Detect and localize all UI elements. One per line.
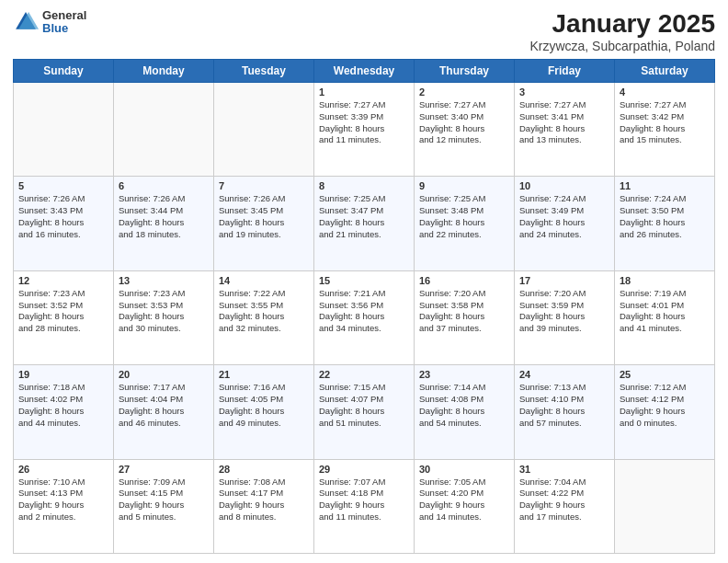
header-saturday: Saturday — [615, 60, 715, 83]
day-number: 13 — [119, 275, 209, 286]
day-info: Sunrise: 7:25 AM Sunset: 3:48 PM Dayligh… — [419, 193, 509, 240]
calendar-cell — [615, 459, 715, 553]
day-info: Sunrise: 7:26 AM Sunset: 3:43 PM Dayligh… — [18, 193, 108, 240]
calendar-cell: 19Sunrise: 7:18 AM Sunset: 4:02 PM Dayli… — [14, 365, 114, 459]
day-number: 4 — [620, 86, 710, 98]
day-info: Sunrise: 7:27 AM Sunset: 3:41 PM Dayligh… — [519, 99, 609, 146]
logo-blue: Blue — [42, 22, 86, 35]
calendar-cell: 2Sunrise: 7:27 AM Sunset: 3:40 PM Daylig… — [415, 83, 515, 177]
day-number: 6 — [119, 180, 209, 191]
day-info: Sunrise: 7:21 AM Sunset: 3:56 PM Dayligh… — [319, 288, 409, 335]
header-thursday: Thursday — [415, 60, 515, 83]
calendar-cell — [214, 83, 314, 177]
calendar-body: 1Sunrise: 7:27 AM Sunset: 3:39 PM Daylig… — [14, 83, 715, 554]
day-number: 27 — [119, 464, 209, 475]
day-info: Sunrise: 7:20 AM Sunset: 3:59 PM Dayligh… — [519, 288, 609, 335]
day-info: Sunrise: 7:26 AM Sunset: 3:45 PM Dayligh… — [219, 193, 309, 240]
calendar-table: Sunday Monday Tuesday Wednesday Thursday… — [13, 59, 715, 554]
calendar-cell: 5Sunrise: 7:26 AM Sunset: 3:43 PM Daylig… — [14, 177, 114, 270]
calendar-week-4: 19Sunrise: 7:18 AM Sunset: 4:02 PM Dayli… — [14, 365, 715, 459]
day-number: 29 — [319, 464, 409, 475]
calendar-cell: 20Sunrise: 7:17 AM Sunset: 4:04 PM Dayli… — [114, 365, 214, 459]
calendar-cell: 22Sunrise: 7:15 AM Sunset: 4:07 PM Dayli… — [314, 365, 415, 459]
day-number: 3 — [519, 86, 609, 98]
day-info: Sunrise: 7:18 AM Sunset: 4:02 PM Dayligh… — [18, 382, 108, 429]
day-info: Sunrise: 7:13 AM Sunset: 4:10 PM Dayligh… — [519, 382, 609, 429]
day-info: Sunrise: 7:15 AM Sunset: 4:07 PM Dayligh… — [319, 382, 409, 429]
logo-icon — [13, 9, 39, 35]
day-number: 15 — [319, 275, 409, 286]
calendar-cell: 15Sunrise: 7:21 AM Sunset: 3:56 PM Dayli… — [314, 270, 415, 364]
day-info: Sunrise: 7:10 AM Sunset: 4:13 PM Dayligh… — [18, 477, 108, 523]
calendar-title: January 2025 — [529, 9, 715, 39]
calendar-cell: 1Sunrise: 7:27 AM Sunset: 3:39 PM Daylig… — [314, 83, 415, 177]
day-number: 22 — [319, 369, 409, 380]
days-header-row: Sunday Monday Tuesday Wednesday Thursday… — [14, 60, 715, 83]
day-info: Sunrise: 7:14 AM Sunset: 4:08 PM Dayligh… — [419, 382, 509, 429]
day-number: 11 — [620, 180, 710, 191]
day-info: Sunrise: 7:05 AM Sunset: 4:20 PM Dayligh… — [419, 477, 509, 523]
day-number: 20 — [119, 369, 209, 380]
calendar-cell: 31Sunrise: 7:04 AM Sunset: 4:22 PM Dayli… — [515, 459, 615, 553]
calendar-week-1: 1Sunrise: 7:27 AM Sunset: 3:39 PM Daylig… — [14, 83, 715, 177]
header-monday: Monday — [114, 60, 214, 83]
calendar-cell: 29Sunrise: 7:07 AM Sunset: 4:18 PM Dayli… — [314, 459, 415, 553]
calendar-cell: 18Sunrise: 7:19 AM Sunset: 4:01 PM Dayli… — [615, 270, 715, 364]
calendar-cell: 13Sunrise: 7:23 AM Sunset: 3:53 PM Dayli… — [114, 270, 214, 364]
day-number: 17 — [519, 275, 609, 286]
calendar-cell: 6Sunrise: 7:26 AM Sunset: 3:44 PM Daylig… — [114, 177, 214, 270]
calendar-cell: 25Sunrise: 7:12 AM Sunset: 4:12 PM Dayli… — [615, 365, 715, 459]
day-info: Sunrise: 7:19 AM Sunset: 4:01 PM Dayligh… — [620, 288, 710, 335]
calendar-cell: 7Sunrise: 7:26 AM Sunset: 3:45 PM Daylig… — [214, 177, 314, 270]
day-info: Sunrise: 7:04 AM Sunset: 4:22 PM Dayligh… — [519, 477, 609, 523]
title-block: January 2025 Krzywcza, Subcarpathia, Pol… — [529, 9, 715, 53]
day-number: 10 — [519, 180, 609, 191]
calendar-cell: 27Sunrise: 7:09 AM Sunset: 4:15 PM Dayli… — [114, 459, 214, 553]
day-number: 31 — [519, 464, 609, 475]
day-info: Sunrise: 7:08 AM Sunset: 4:17 PM Dayligh… — [219, 477, 309, 523]
day-info: Sunrise: 7:20 AM Sunset: 3:58 PM Dayligh… — [419, 288, 509, 335]
day-number: 7 — [219, 180, 309, 191]
day-number: 8 — [319, 180, 409, 191]
calendar-cell: 28Sunrise: 7:08 AM Sunset: 4:17 PM Dayli… — [214, 459, 314, 553]
day-number: 14 — [219, 275, 309, 286]
day-number: 2 — [419, 86, 509, 98]
day-number: 30 — [419, 464, 509, 475]
day-number: 19 — [18, 369, 108, 380]
calendar-week-2: 5Sunrise: 7:26 AM Sunset: 3:43 PM Daylig… — [14, 177, 715, 270]
day-info: Sunrise: 7:24 AM Sunset: 3:49 PM Dayligh… — [519, 193, 609, 240]
calendar-cell: 12Sunrise: 7:23 AM Sunset: 3:52 PM Dayli… — [14, 270, 114, 364]
day-info: Sunrise: 7:27 AM Sunset: 3:39 PM Dayligh… — [319, 99, 409, 146]
day-info: Sunrise: 7:23 AM Sunset: 3:53 PM Dayligh… — [119, 288, 209, 335]
day-number: 23 — [419, 369, 509, 380]
calendar-cell: 8Sunrise: 7:25 AM Sunset: 3:47 PM Daylig… — [314, 177, 415, 270]
calendar-cell: 16Sunrise: 7:20 AM Sunset: 3:58 PM Dayli… — [415, 270, 515, 364]
day-info: Sunrise: 7:23 AM Sunset: 3:52 PM Dayligh… — [18, 288, 108, 335]
header: General Blue January 2025 Krzywcza, Subc… — [13, 9, 715, 53]
logo: General Blue — [13, 9, 86, 36]
day-number: 16 — [419, 275, 509, 286]
calendar-week-3: 12Sunrise: 7:23 AM Sunset: 3:52 PM Dayli… — [14, 270, 715, 364]
calendar-week-5: 26Sunrise: 7:10 AM Sunset: 4:13 PM Dayli… — [14, 459, 715, 553]
day-number: 12 — [18, 275, 108, 286]
day-info: Sunrise: 7:24 AM Sunset: 3:50 PM Dayligh… — [620, 193, 710, 240]
calendar-subtitle: Krzywcza, Subcarpathia, Poland — [529, 39, 715, 53]
day-number: 26 — [18, 464, 108, 475]
day-number: 25 — [620, 369, 710, 380]
day-info: Sunrise: 7:22 AM Sunset: 3:55 PM Dayligh… — [219, 288, 309, 335]
day-number: 18 — [620, 275, 710, 286]
calendar-cell: 3Sunrise: 7:27 AM Sunset: 3:41 PM Daylig… — [515, 83, 615, 177]
day-number: 24 — [519, 369, 609, 380]
day-info: Sunrise: 7:12 AM Sunset: 4:12 PM Dayligh… — [620, 382, 710, 429]
day-info: Sunrise: 7:16 AM Sunset: 4:05 PM Dayligh… — [219, 382, 309, 429]
day-number: 9 — [419, 180, 509, 191]
calendar-cell: 21Sunrise: 7:16 AM Sunset: 4:05 PM Dayli… — [214, 365, 314, 459]
day-info: Sunrise: 7:27 AM Sunset: 3:42 PM Dayligh… — [620, 99, 710, 146]
calendar-cell: 14Sunrise: 7:22 AM Sunset: 3:55 PM Dayli… — [214, 270, 314, 364]
calendar-cell: 23Sunrise: 7:14 AM Sunset: 4:08 PM Dayli… — [415, 365, 515, 459]
day-number: 5 — [18, 180, 108, 191]
calendar-cell — [114, 83, 214, 177]
day-info: Sunrise: 7:17 AM Sunset: 4:04 PM Dayligh… — [119, 382, 209, 429]
header-sunday: Sunday — [14, 60, 114, 83]
calendar-cell: 17Sunrise: 7:20 AM Sunset: 3:59 PM Dayli… — [515, 270, 615, 364]
